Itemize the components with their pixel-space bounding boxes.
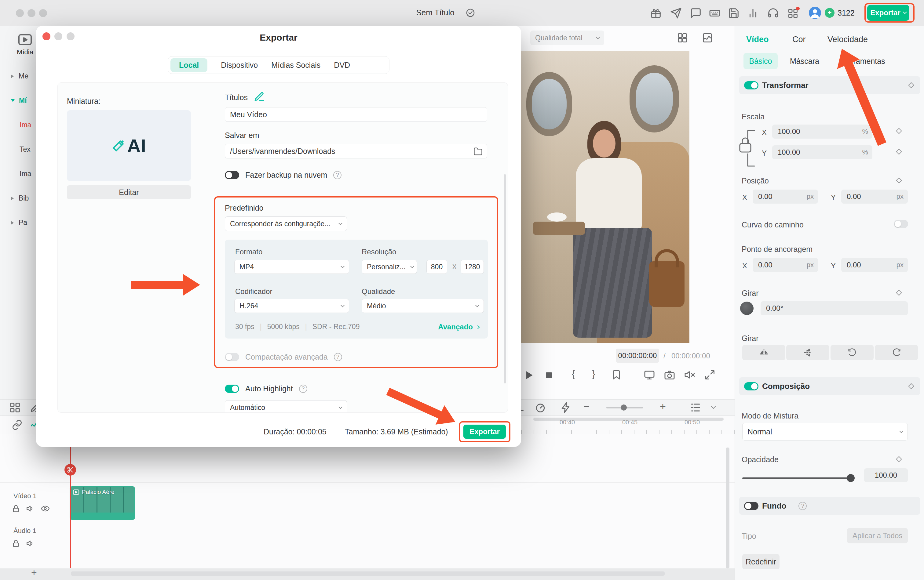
- anchor-x-input[interactable]: 0.00px: [752, 258, 818, 272]
- folder-icon[interactable]: [474, 147, 483, 156]
- opacity-value[interactable]: 100.00: [864, 468, 908, 482]
- export-button-top[interactable]: Exportar: [867, 5, 909, 21]
- lock-icon[interactable]: [12, 504, 20, 513]
- preset-dropdown[interactable]: Corresponder às configuraçõe...: [225, 216, 347, 231]
- dialog-scrollbar[interactable]: [504, 174, 506, 384]
- gift-icon[interactable]: [650, 7, 662, 19]
- sidebar-item[interactable]: Me: [11, 72, 28, 80]
- sidebar-item[interactable]: Bib: [11, 194, 29, 203]
- resolution-height-input[interactable]: 1280: [460, 260, 484, 274]
- sidebar-item[interactable]: Ima: [20, 170, 31, 178]
- chat-icon[interactable]: [690, 7, 701, 19]
- opacity-slider-handle[interactable]: [847, 474, 855, 482]
- subtab-basic[interactable]: Básico: [744, 53, 778, 69]
- play-button[interactable]: [523, 369, 535, 381]
- keyframe-diamond-icon[interactable]: [908, 82, 914, 88]
- video-title-input[interactable]: Meu Vídeo: [225, 107, 487, 122]
- tab-video[interactable]: Vídeo: [746, 35, 769, 44]
- timeline-hscrollbar[interactable]: [71, 572, 665, 576]
- background-toggle[interactable]: [744, 502, 759, 510]
- scopes-icon[interactable]: [702, 32, 713, 43]
- sidebar-item[interactable]: Pa: [11, 219, 27, 227]
- mark-out-button[interactable]: }: [592, 368, 595, 379]
- zoom-slider-handle[interactable]: [621, 404, 627, 410]
- marker-button[interactable]: [611, 369, 622, 381]
- tab-social[interactable]: Mídias Sociais: [271, 61, 320, 69]
- mute-button[interactable]: [684, 369, 695, 381]
- keyframe-diamond-icon[interactable]: [896, 177, 902, 183]
- window-minimize-button[interactable]: [28, 9, 35, 17]
- render-preview-icon[interactable]: [560, 402, 572, 413]
- sidebar-item[interactable]: Tex: [20, 145, 31, 153]
- position-x-input[interactable]: 0.00px: [752, 189, 818, 204]
- zoom-out-button[interactable]: −: [583, 400, 589, 412]
- render-quality-dropdown[interactable]: Qualidade total: [530, 31, 604, 45]
- media-manager-icon[interactable]: [9, 402, 21, 413]
- headset-icon[interactable]: [767, 7, 779, 19]
- cloud-backup-toggle[interactable]: [225, 171, 239, 179]
- scale-y-input[interactable]: 100.00%: [772, 145, 872, 159]
- layout-grid-icon[interactable]: [677, 32, 688, 43]
- resolution-dropdown[interactable]: Personaliz...: [362, 260, 417, 274]
- resolution-width-input[interactable]: 800: [426, 260, 447, 274]
- apps-grid-icon[interactable]: [787, 8, 799, 19]
- sidebar-item[interactable]: Ima: [20, 121, 31, 129]
- tab-speed[interactable]: Velocidade: [827, 35, 868, 44]
- tab-local[interactable]: Local: [170, 58, 208, 72]
- display-icon[interactable]: [644, 369, 655, 381]
- stop-button[interactable]: [543, 369, 555, 381]
- snapshot-button[interactable]: [664, 369, 675, 381]
- tab-color[interactable]: Cor: [792, 35, 806, 44]
- keyframe-diamond-icon[interactable]: [896, 456, 902, 462]
- subtab-mask[interactable]: Máscara: [790, 57, 819, 66]
- stats-icon[interactable]: [747, 7, 759, 19]
- anchor-y-input[interactable]: 0.00px: [841, 258, 908, 272]
- auto-highlight-dropdown[interactable]: Automático: [225, 400, 347, 413]
- reset-button[interactable]: Redefinir: [742, 554, 779, 569]
- send-icon[interactable]: [670, 7, 682, 19]
- save-icon[interactable]: [728, 7, 739, 19]
- track-manager-icon[interactable]: [690, 402, 701, 413]
- quality-dropdown[interactable]: Médio: [362, 299, 484, 313]
- add-track-button[interactable]: +: [31, 567, 37, 578]
- media-tab-icon[interactable]: [18, 32, 32, 48]
- auto-highlight-toggle[interactable]: [225, 385, 239, 393]
- credits-counter[interactable]: 3122: [838, 8, 855, 17]
- rotate-ccw-button[interactable]: [830, 345, 874, 360]
- keyframe-diamond-icon[interactable]: [896, 128, 902, 134]
- playhead-scissors-badge[interactable]: [64, 464, 76, 476]
- format-dropdown[interactable]: MP4: [234, 260, 349, 274]
- composition-toggle[interactable]: [744, 382, 759, 391]
- timeline-clip[interactable]: Palácio Aére: [69, 486, 135, 520]
- transform-toggle[interactable]: [744, 81, 759, 89]
- keyboard-icon[interactable]: [709, 7, 721, 19]
- flip-horizontal-button[interactable]: [742, 345, 785, 360]
- edit-thumbnail-button[interactable]: Editar: [67, 185, 191, 199]
- tab-dvd[interactable]: DVD: [334, 61, 350, 69]
- rotate-knob[interactable]: [740, 302, 754, 315]
- advanced-compression-toggle[interactable]: [225, 353, 239, 361]
- tab-device[interactable]: Dispositivo: [221, 61, 258, 69]
- eye-icon[interactable]: [41, 504, 50, 513]
- mark-in-button[interactable]: {: [572, 368, 575, 379]
- lock-icon[interactable]: [12, 539, 20, 548]
- window-zoom-button[interactable]: [39, 9, 47, 17]
- fullscreen-button[interactable]: [705, 369, 715, 381]
- keyframe-diamond-icon[interactable]: [908, 383, 914, 389]
- save-path-input[interactable]: /Users/ivanmendes/Downloads: [225, 144, 487, 158]
- speed-tool-icon[interactable]: [535, 402, 546, 413]
- keyframe-diamond-icon[interactable]: [896, 290, 902, 296]
- avatar[interactable]: [809, 7, 821, 19]
- keyframe-diamond-icon[interactable]: [896, 149, 902, 155]
- sidebar-item[interactable]: Mí: [11, 96, 27, 105]
- codec-dropdown[interactable]: H.264: [234, 299, 349, 313]
- position-y-input[interactable]: 0.00px: [841, 189, 908, 204]
- flip-vertical-button[interactable]: [786, 345, 829, 360]
- subtab-tools[interactable]: Ferramentas: [842, 57, 885, 66]
- advanced-link[interactable]: Avançado: [438, 323, 479, 331]
- opacity-slider[interactable]: [742, 478, 853, 479]
- rotate-input[interactable]: 0.00°: [761, 301, 908, 315]
- scale-x-input[interactable]: 100.00%: [772, 125, 872, 138]
- apply-all-button[interactable]: Aplicar a Todos: [847, 528, 908, 544]
- speaker-icon[interactable]: [26, 539, 35, 548]
